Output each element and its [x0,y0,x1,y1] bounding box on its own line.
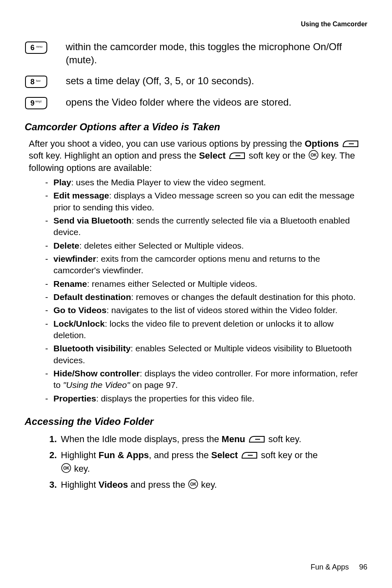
key-9-icon: 9 wxyz [25,96,58,110]
option-term: Edit message [53,191,109,200]
step-text: and press the [128,480,188,490]
option-term: Hide/Show controller [53,369,140,378]
svg-text:mno: mno [36,45,43,48]
step-text: , and press the [149,450,211,460]
softkey-icon [228,151,246,160]
dash: - [45,291,53,303]
option-desc: : displays the properties for this video… [96,394,254,403]
steps-list: 1. When the Idle mode displays, press th… [49,432,367,491]
ok-key-icon: OK [308,150,319,160]
option-desc-italic: "Using the Video" [63,380,130,390]
option-desc: : removes or changes the default destina… [131,292,355,302]
list-item: -Send via Bluetooth: sends the currently… [45,215,367,238]
step-2: 2. Highlight Fun & Apps, and press the S… [49,448,367,475]
page-footer: Fun & Apps 96 [311,563,367,572]
step-text: Highlight [61,450,99,460]
option-term: Send via Bluetooth [53,216,131,225]
step-1: 1. When the Idle mode displays, press th… [49,432,367,446]
step-text: When the Idle mode displays, press the [61,434,221,444]
option-term: Lock/Unlock [53,319,105,328]
option-term: Delete [53,241,79,250]
step-videos-bold: Videos [99,480,128,490]
dash: - [45,215,53,238]
softkey-icon [341,139,360,148]
svg-text:tuv: tuv [36,79,41,83]
options-list: -Play: uses the Media Player to view the… [45,177,367,404]
option-term: Default destination [53,292,131,302]
dash: - [45,304,53,316]
intro-text-2: soft key. Highlight an option and press … [29,150,199,161]
option-term: viewfinder [53,254,96,263]
list-item: -Rename: renames either Selected or Mult… [45,278,367,290]
key-row-6: 6 mno within the camcorder mode, this to… [25,40,367,67]
list-item: -Lock/Unlock: locks the video file to pr… [45,318,367,341]
dash: - [45,343,53,366]
option-term: Play [53,178,71,187]
page-section-header: Using the Camcorder [25,21,367,28]
option-desc: : uses the Media Player to view the vide… [71,178,266,187]
option-term: Rename [53,279,87,288]
dash: - [45,278,53,290]
intro-text-1: After you shoot a video, you can use var… [29,138,304,149]
key-row-8: 8 tuv sets a time delay (Off, 3, 5, or 1… [25,74,367,88]
intro-options-bold: Options [304,138,339,149]
step-menu-bold: Menu [221,434,245,444]
intro-text-3: soft key or the [249,150,308,161]
step-text: soft key or the [261,450,318,460]
key-8-icon: 8 tuv [25,74,58,88]
step-fun-bold: Fun & Apps [99,450,149,460]
intro-select-bold: Select [199,150,226,161]
footer-page-number: 96 [359,563,367,571]
dash: - [45,240,53,251]
dash: - [45,177,53,188]
key-6-icon: 6 mno [25,40,58,54]
dash: - [45,190,53,213]
dash: - [45,253,53,277]
softkey-icon [248,435,266,444]
key-row-9: 9 wxyz opens the Video folder where the … [25,96,367,110]
step-select-bold: Select [211,450,238,460]
step-text: Highlight [61,480,99,490]
option-desc: : renames either Selected or Multiple vi… [87,279,257,288]
list-item: -Hide/Show controller: displays the vide… [45,368,367,391]
svg-text:OK: OK [311,153,317,157]
key-8-description: sets a time delay (Off, 3, 5, or 10 seco… [66,74,367,88]
svg-text:OK: OK [63,466,70,470]
step-number: 1. [49,432,61,446]
list-item: -Play: uses the Media Player to view the… [45,177,367,188]
dash: - [45,318,53,341]
option-term: Properties [53,394,96,403]
list-item: -Properties: displays the properties for… [45,393,367,404]
footer-section-label: Fun & Apps [311,563,349,571]
svg-text:6: 6 [30,44,35,52]
option-term: Go to Videos [53,305,106,315]
ok-key-icon: OK [188,479,198,489]
step-text: key. [74,463,90,474]
step-number: 2. [49,448,61,475]
step-3: 3. Highlight Videos and press the OK key… [49,478,367,491]
heading-camcorder-options: Camcorder Options after a Video is Taken [25,121,367,133]
option-desc: : navigates to the list of videos stored… [106,305,337,315]
step-text: key. [201,480,217,490]
list-item: -Delete: deletes either Selected or Mult… [45,240,367,251]
option-desc-post: on page 97. [130,380,178,390]
softkey-icon [240,451,258,460]
dash: - [45,393,53,404]
dash: - [45,368,53,391]
svg-text:8: 8 [30,78,35,86]
step-number: 3. [49,478,61,491]
list-item: -Go to Videos: navigates to the list of … [45,304,367,316]
list-item: -Bluetooth visibility: enables Selected … [45,343,367,366]
list-item: -viewfinder: exits from the camcorder op… [45,253,367,277]
svg-text:OK: OK [190,482,197,487]
key-6-description: within the camcorder mode, this toggles … [66,40,367,67]
ok-key-icon: OK [61,463,71,473]
list-item: -Edit message: displays a Video message … [45,190,367,213]
option-term: Bluetooth visibility [53,344,131,353]
heading-accessing-video-folder: Accessing the Video Folder [25,416,367,427]
intro-paragraph: After you shoot a video, you can use var… [29,138,367,174]
key-9-description: opens the Video folder where the videos … [66,96,367,109]
svg-text:9: 9 [30,99,35,107]
option-desc: : deletes either Selected or Multiple vi… [79,241,244,250]
step-text: soft key. [268,434,301,444]
